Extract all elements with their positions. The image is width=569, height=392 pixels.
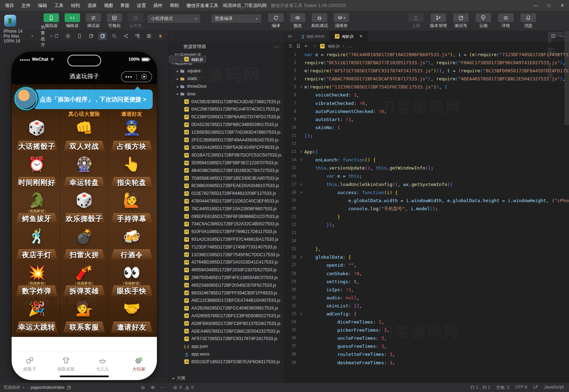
game-幸运大跳转[interactable]: 🎉幸运大跳转 [13,299,60,335]
layout-icon[interactable] [133,32,141,40]
fold-icon[interactable]: ∨ [298,148,304,156]
file-item[interactable]: JS13239EC085D172BF7545F6C7DDC17533.js [168,251,284,259]
file-item[interactable]: JS931A2C8185D172BFF57C44861BA17533.js [168,235,284,243]
file-item[interactable]: JS022E782785D172BF644810208F127533.js [168,190,284,197]
minimize-button[interactable]: — [529,3,542,8]
game-指尖轮盘[interactable]: 👆指尖轮盘 [108,155,156,191]
file-item[interactable]: JS2FCC2B9585D172BF49AA439262427533.js [168,136,284,144]
file-item[interactable]: JSA8C12CB685D172BFCEA744B10A907533.js [168,297,284,305]
close-button[interactable]: ✕ [556,3,569,8]
game-行酒令[interactable]: 🍻行酒令 [108,227,156,263]
editor-tab-app.js[interactable]: JSapp.js× [330,31,368,41]
menu-item-界面[interactable]: 界面 [120,2,130,9]
bug-icon[interactable] [140,385,145,390]
file-item[interactable]: JS0DA5235785D172BF6BC34B5039017533.js [168,121,284,128]
hot-reload-toggle[interactable]: 热重载 开▾ [41,24,52,48]
search-icon[interactable] [110,32,118,40]
status-item[interactable]: 行 1，列 1 [471,385,490,391]
tab-大玩家[interactable]: 大玩家 [121,356,157,372]
file-item[interactable]: JS42764BD385D172BF241023D41C417533.js [168,259,284,266]
file-item[interactable]: JS734C5AC385D172BF152A32C4B0027533.js [168,220,284,228]
file-app.json[interactable]: {..}app.json [168,343,284,350]
close-icon[interactable]: × [359,33,362,39]
copy-icon[interactable] [67,385,71,390]
fold-icon[interactable]: ∨ [298,310,304,318]
game-时间刚刚好[interactable]: ⏰时间刚刚好 [13,155,60,191]
add-miniapp-tooltip[interactable]: 点击「添加小程序」，下次访问更便捷 > [33,89,153,109]
device-select[interactable]: iPhone 14 Pro Max 100% 16▾ [4,29,33,44]
fold-icon[interactable]: ∨ [298,83,304,91]
file-item[interactable]: JS0AC2987385D172BF6CA4F074C5C17533.js [168,106,284,113]
rotate-icon[interactable] [52,32,60,40]
编译-button[interactable]: 编译 [266,13,286,29]
share-icon[interactable] [121,32,130,40]
menu-item-插件[interactable]: 插件 [153,2,163,9]
status-item[interactable]: UTF-8 [515,385,527,391]
版本管理-button[interactable]: 版本管理 [429,13,448,29]
file-item[interactable]: JS4B403BC085D172BF2D2653C78A727533.js [168,167,284,174]
fold-icon[interactable]: ∨ [298,156,304,164]
outline-icon[interactable] [288,44,293,48]
file-item[interactable]: JS7D8558E485D172BF1BE330E3EA807533.js [168,174,284,182]
folder-throwDice[interactable]: ▸throwDice [168,82,284,90]
menu-item-设置[interactable]: 设置 [137,2,146,9]
game-眼疾手快[interactable]: 👀（视频解锁）眼疾手快 [108,263,156,299]
collapse-explorer-icon[interactable] [284,31,297,41]
game-联系客服[interactable]: 💁联系客服 [60,299,108,335]
file-item[interactable]: JS9933246785D172BFFF554C60F1FF6533.js [168,289,284,297]
tab-摇骰子[interactable]: 摇骰子 [12,356,48,372]
tab-七八九[interactable]: 七八九 [84,356,121,372]
file-app.wxss[interactable]: ʒapp.wxss [168,350,284,358]
folder-square[interactable]: ▸square [168,67,284,75]
调试器-button[interactable]: 调试器 [84,13,103,29]
game-夜店手灯[interactable]: 🕺夜店手灯 [13,227,60,263]
more-icon[interactable]: ⋯ [160,385,164,390]
消息-button[interactable]: 消息 [518,13,538,29]
file-item[interactable]: JS8C8B620485D172BFEAED0A0348107533.js [168,182,284,190]
file-item[interactable]: JS1CB5EBD385D172BF7AD383D478B07533.js [168,128,284,136]
compile-mode-select[interactable]: 普通编译▾ [211,14,261,23]
miniapp-capsule[interactable]: ••• [121,71,152,82]
game-拆弹英雄[interactable]: 🧨（视频解锁）拆弹英雄 [60,263,108,299]
record-icon[interactable] [64,32,72,40]
menu-item-项目[interactable]: 项目 [5,2,14,9]
menu-item-帮助[interactable]: 帮助 [170,2,179,9]
problems-indicator[interactable]: 0 0 [168,385,284,390]
file-item[interactable]: JS0AC5B2E085D172BF6CA3DAE736817533.js [168,98,284,106]
file-item[interactable]: JS3D1BA7C285D172BF5B7DCFC52C507533.js [168,151,284,159]
status-item[interactable]: LF [533,385,538,391]
editor-scrollbar[interactable] [564,31,569,125]
menu-item-视图[interactable]: 视图 [104,2,113,9]
more-icon[interactable]: ⋯ [274,44,279,49]
mode-select[interactable]: 小程序模式▾ [147,14,200,23]
status-item[interactable]: 空格: 2 [496,385,509,391]
fold-icon[interactable]: ∨ [298,180,304,188]
save-icon[interactable] [145,32,153,40]
file-item[interactable]: JSAF571E7385D172BFC9317674F2417533.js [168,335,284,343]
file-item[interactable]: JS2987505485D172BF4FE13853ABC07533.js [168,274,284,281]
game-占领方块[interactable]: 👮占领方块 [108,119,156,155]
game-扫雷火拼[interactable]: 💣扫雷火拼 [60,227,108,263]
云测-button[interactable]: 云测 [474,13,493,29]
menu-item-转到[interactable]: 转到 [71,2,80,9]
game-大话摇骰子[interactable]: 🎲大话摇骰子 [13,119,60,155]
file-item[interactable]: JS0C23BFD085D172BF6A45D7D74FD17533.js [168,113,284,121]
menu-item-编辑[interactable]: 编辑 [38,2,47,9]
menu-item-文件[interactable]: 文件 [21,2,31,9]
bookmark-icon[interactable] [296,44,301,48]
code-area[interactable]: 1var e = require("76C4400185D172BF10A228… [284,51,569,383]
file-item[interactable]: JSAAD9055785D172BFCCBF6D50B9227533.js [168,312,284,320]
file-item[interactable]: JSAA26268285D172BFCC404E8509917533.js [168,304,284,312]
game-双人对战[interactable]: 👊双人对战 [60,119,108,155]
user-avatar[interactable] [4,15,16,27]
game-幸运转盘[interactable]: 🎡幸运转盘 [60,155,108,191]
file-item[interactable]: JS3C582A4285D172BF5A3E4245FCFF6533.js [168,144,284,152]
menu-item-选择[interactable]: 选择 [87,2,97,9]
file-item[interactable]: JS7123DF7485D172BF1745B77331407533.js [168,243,284,251]
outline-section[interactable]: ▸ 大纲 [168,373,284,383]
game-手持弹幕[interactable]: 🙋手持弹幕 [108,191,156,227]
game-数字炸弹[interactable]: 💥（视频解锁）数字炸弹 [13,263,60,299]
breadcrumb-more[interactable]: … [348,44,352,48]
menu-item-工具[interactable]: 工具 [54,2,64,9]
预览-button[interactable]: 预览 [288,13,307,29]
